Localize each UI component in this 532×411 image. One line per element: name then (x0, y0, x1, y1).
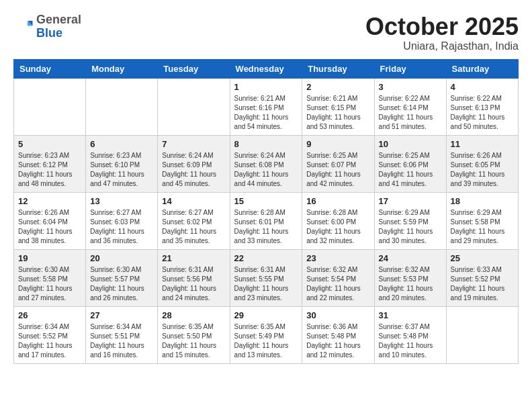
calendar-cell: 11Sunrise: 6:26 AM Sunset: 6:05 PM Dayli… (446, 135, 518, 192)
day-number: 8 (234, 139, 298, 149)
weekday-header-thursday: Thursday (302, 59, 374, 78)
day-info: Sunrise: 6:29 AM Sunset: 5:58 PM Dayligh… (451, 208, 514, 246)
day-number: 13 (90, 196, 153, 206)
calendar-cell: 26Sunrise: 6:34 AM Sunset: 5:52 PM Dayli… (14, 306, 86, 363)
calendar-cell: 13Sunrise: 6:27 AM Sunset: 6:03 PM Dayli… (86, 192, 158, 249)
calendar-cell (86, 78, 158, 135)
calendar-cell: 14Sunrise: 6:27 AM Sunset: 6:02 PM Dayli… (158, 192, 230, 249)
weekday-header-row: SundayMondayTuesdayWednesdayThursdayFrid… (14, 59, 519, 78)
calendar-cell: 12Sunrise: 6:26 AM Sunset: 6:04 PM Dayli… (14, 192, 86, 249)
logo-icon (13, 17, 34, 37)
day-info: Sunrise: 6:26 AM Sunset: 6:05 PM Dayligh… (451, 151, 514, 189)
day-info: Sunrise: 6:34 AM Sunset: 5:51 PM Dayligh… (90, 322, 153, 360)
calendar-cell: 21Sunrise: 6:31 AM Sunset: 5:56 PM Dayli… (158, 249, 230, 306)
day-info: Sunrise: 6:24 AM Sunset: 6:08 PM Dayligh… (234, 151, 298, 189)
logo-blue-text: Blue (36, 27, 81, 40)
day-info: Sunrise: 6:32 AM Sunset: 5:54 PM Dayligh… (306, 265, 369, 303)
day-info: Sunrise: 6:25 AM Sunset: 6:06 PM Dayligh… (379, 151, 442, 189)
calendar-week-row: 19Sunrise: 6:30 AM Sunset: 5:58 PM Dayli… (14, 249, 519, 306)
day-number: 5 (18, 139, 81, 149)
day-number: 14 (162, 196, 225, 206)
day-info: Sunrise: 6:25 AM Sunset: 6:07 PM Dayligh… (306, 151, 369, 189)
day-info: Sunrise: 6:24 AM Sunset: 6:09 PM Dayligh… (162, 151, 225, 189)
calendar-cell: 19Sunrise: 6:30 AM Sunset: 5:58 PM Dayli… (14, 249, 86, 306)
day-info: Sunrise: 6:35 AM Sunset: 5:49 PM Dayligh… (234, 322, 298, 360)
day-number: 10 (379, 139, 442, 149)
calendar-cell: 29Sunrise: 6:35 AM Sunset: 5:49 PM Dayli… (230, 306, 302, 363)
day-info: Sunrise: 6:31 AM Sunset: 5:56 PM Dayligh… (162, 265, 225, 303)
day-info: Sunrise: 6:35 AM Sunset: 5:50 PM Dayligh… (162, 322, 225, 360)
day-info: Sunrise: 6:30 AM Sunset: 5:58 PM Dayligh… (18, 265, 81, 303)
day-info: Sunrise: 6:21 AM Sunset: 6:16 PM Dayligh… (234, 94, 298, 132)
day-info: Sunrise: 6:21 AM Sunset: 6:15 PM Dayligh… (306, 94, 369, 132)
day-number: 28 (162, 310, 225, 320)
day-number: 22 (234, 253, 298, 263)
day-info: Sunrise: 6:32 AM Sunset: 5:53 PM Dayligh… (379, 265, 442, 303)
calendar-cell: 10Sunrise: 6:25 AM Sunset: 6:06 PM Dayli… (374, 135, 446, 192)
day-info: Sunrise: 6:28 AM Sunset: 6:00 PM Dayligh… (306, 208, 369, 246)
calendar-cell: 9Sunrise: 6:25 AM Sunset: 6:07 PM Daylig… (302, 135, 374, 192)
calendar-cell: 7Sunrise: 6:24 AM Sunset: 6:09 PM Daylig… (158, 135, 230, 192)
calendar-cell: 30Sunrise: 6:36 AM Sunset: 5:48 PM Dayli… (302, 306, 374, 363)
weekday-header-saturday: Saturday (446, 59, 518, 78)
day-number: 25 (451, 253, 514, 263)
logo-general-text: General (36, 13, 81, 27)
day-number: 23 (306, 253, 369, 263)
calendar-cell: 24Sunrise: 6:32 AM Sunset: 5:53 PM Dayli… (374, 249, 446, 306)
weekday-header-tuesday: Tuesday (158, 59, 230, 78)
day-number: 18 (451, 196, 514, 206)
day-number: 26 (18, 310, 81, 320)
calendar-week-row: 26Sunrise: 6:34 AM Sunset: 5:52 PM Dayli… (14, 306, 519, 363)
calendar-cell: 18Sunrise: 6:29 AM Sunset: 5:58 PM Dayli… (446, 192, 518, 249)
day-info: Sunrise: 6:22 AM Sunset: 6:14 PM Dayligh… (379, 94, 442, 132)
day-info: Sunrise: 6:30 AM Sunset: 5:57 PM Dayligh… (90, 265, 153, 303)
calendar-cell: 1Sunrise: 6:21 AM Sunset: 6:16 PM Daylig… (230, 78, 302, 135)
day-info: Sunrise: 6:29 AM Sunset: 5:59 PM Dayligh… (379, 208, 442, 246)
day-number: 6 (90, 139, 153, 149)
day-info: Sunrise: 6:34 AM Sunset: 5:52 PM Dayligh… (18, 322, 81, 360)
calendar-week-row: 12Sunrise: 6:26 AM Sunset: 6:04 PM Dayli… (14, 192, 519, 249)
calendar-cell: 25Sunrise: 6:33 AM Sunset: 5:52 PM Dayli… (446, 249, 518, 306)
day-number: 11 (451, 139, 514, 149)
day-number: 15 (234, 196, 298, 206)
day-number: 27 (90, 310, 153, 320)
day-info: Sunrise: 6:22 AM Sunset: 6:13 PM Dayligh… (451, 94, 514, 132)
day-number: 4 (451, 82, 514, 92)
day-info: Sunrise: 6:36 AM Sunset: 5:48 PM Dayligh… (306, 322, 369, 360)
day-number: 31 (379, 310, 442, 320)
day-number: 19 (18, 253, 81, 263)
day-number: 16 (306, 196, 369, 206)
weekday-header-monday: Monday (86, 59, 158, 78)
day-number: 30 (306, 310, 369, 320)
day-info: Sunrise: 6:27 AM Sunset: 6:02 PM Dayligh… (162, 208, 225, 246)
calendar-cell (14, 78, 86, 135)
calendar-cell: 20Sunrise: 6:30 AM Sunset: 5:57 PM Dayli… (86, 249, 158, 306)
day-info: Sunrise: 6:27 AM Sunset: 6:03 PM Dayligh… (90, 208, 153, 246)
calendar-cell: 6Sunrise: 6:23 AM Sunset: 6:10 PM Daylig… (86, 135, 158, 192)
day-number: 24 (379, 253, 442, 263)
calendar-cell: 4Sunrise: 6:22 AM Sunset: 6:13 PM Daylig… (446, 78, 518, 135)
calendar-week-row: 1Sunrise: 6:21 AM Sunset: 6:16 PM Daylig… (14, 78, 519, 135)
calendar-cell: 17Sunrise: 6:29 AM Sunset: 5:59 PM Dayli… (374, 192, 446, 249)
calendar-cell: 2Sunrise: 6:21 AM Sunset: 6:15 PM Daylig… (302, 78, 374, 135)
calendar-cell: 23Sunrise: 6:32 AM Sunset: 5:54 PM Dayli… (302, 249, 374, 306)
day-number: 9 (306, 139, 369, 149)
day-number: 3 (379, 82, 442, 92)
day-info: Sunrise: 6:28 AM Sunset: 6:01 PM Dayligh… (234, 208, 298, 246)
calendar-week-row: 5Sunrise: 6:23 AM Sunset: 6:12 PM Daylig… (14, 135, 519, 192)
calendar-cell: 31Sunrise: 6:37 AM Sunset: 5:48 PM Dayli… (374, 306, 446, 363)
day-number: 1 (234, 82, 298, 92)
day-info: Sunrise: 6:26 AM Sunset: 6:04 PM Dayligh… (18, 208, 81, 246)
month-title: October 2025 (365, 13, 519, 40)
day-info: Sunrise: 6:33 AM Sunset: 5:52 PM Dayligh… (451, 265, 514, 303)
calendar-cell (158, 78, 230, 135)
calendar-cell: 8Sunrise: 6:24 AM Sunset: 6:08 PM Daylig… (230, 135, 302, 192)
day-info: Sunrise: 6:23 AM Sunset: 6:12 PM Dayligh… (18, 151, 81, 189)
day-number: 21 (162, 253, 225, 263)
location-subtitle: Uniara, Rajasthan, India (365, 40, 519, 52)
weekday-header-friday: Friday (374, 59, 446, 78)
day-info: Sunrise: 6:23 AM Sunset: 6:10 PM Dayligh… (90, 151, 153, 189)
calendar-cell: 28Sunrise: 6:35 AM Sunset: 5:50 PM Dayli… (158, 306, 230, 363)
calendar-cell: 27Sunrise: 6:34 AM Sunset: 5:51 PM Dayli… (86, 306, 158, 363)
calendar-cell: 15Sunrise: 6:28 AM Sunset: 6:01 PM Dayli… (230, 192, 302, 249)
